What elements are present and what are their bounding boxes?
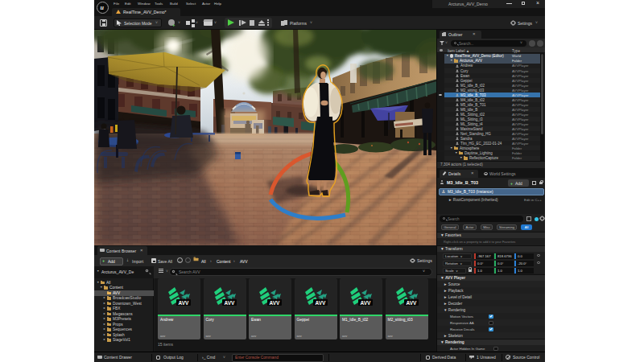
- svg-text:AVV: AVV: [270, 300, 281, 306]
- svg-text:AVV: AVV: [224, 300, 235, 306]
- svg-text:AVV: AVV: [315, 300, 326, 306]
- svg-text:AVV: AVV: [179, 300, 190, 306]
- svg-text:AVV: AVV: [406, 300, 417, 306]
- svg-text:AVV: AVV: [361, 300, 372, 306]
